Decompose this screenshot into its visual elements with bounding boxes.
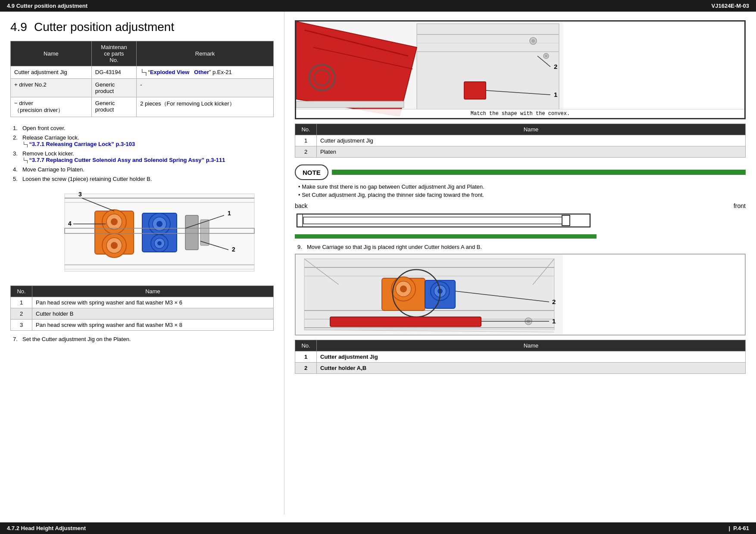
row-no: 1 <box>295 351 317 363</box>
bottom-diagram-svg: 2 1 <box>296 255 563 334</box>
bottom-bar-right: | P.4-61 <box>728 525 749 531</box>
part-no: Genericproduct <box>91 97 136 117</box>
col-header-remark: Remark <box>137 41 274 66</box>
svg-text:2: 2 <box>232 246 235 253</box>
note-green-bar <box>332 170 746 175</box>
note-bullet-2: • Set Cutter adjustment Jig, placing the… <box>298 192 746 198</box>
svg-text:1: 1 <box>554 91 557 98</box>
right-bottom-image: 2 1 <box>295 254 746 335</box>
parts-table: Name Maintenance partsNo. Remark Cutter … <box>10 41 274 117</box>
part-name: Cutter adjustment Jig <box>11 66 92 79</box>
col-header-no: No. <box>295 124 317 135</box>
table-row: 2 Platen <box>295 146 746 158</box>
right-bottom-table: No. Name 1 Cutter adjustment Jig 2 Cutte… <box>295 340 746 374</box>
table-row: + driver No.2 Genericproduct - <box>11 79 274 97</box>
svg-rect-45 <box>464 82 486 99</box>
svg-text:2: 2 <box>554 63 557 70</box>
row-name: Platen <box>317 146 746 158</box>
row-name: Cutter holder B <box>32 308 274 320</box>
back-front-svg <box>295 212 597 231</box>
ref-icon: └┐ <box>22 142 29 147</box>
row-no: 2 <box>295 363 317 374</box>
col-header-name: Name <box>11 41 92 66</box>
svg-point-9 <box>111 242 118 249</box>
svg-text:1: 1 <box>552 317 556 325</box>
remark-icon: └┐ <box>140 69 148 75</box>
svg-rect-17 <box>185 215 198 250</box>
step3-link[interactable]: “3.7.7 Replacing Cutter Solenoid Assy an… <box>29 157 225 163</box>
part-remark: - <box>137 79 274 97</box>
part-name: + driver No.2 <box>11 79 92 97</box>
svg-point-36 <box>531 39 535 43</box>
bottom-bar-left: 4.7.2 Head Height Adjustment <box>7 525 86 531</box>
top-bar-right: VJ1624E-M-03 <box>712 3 749 9</box>
svg-point-6 <box>111 218 118 225</box>
part-remark: 2 pieces（For removing Lock kicker） <box>137 97 274 117</box>
part-no: DG-43194 <box>91 66 136 79</box>
left-column: 4.9 Cutter position adjustment Name Main… <box>0 12 284 515</box>
svg-text:1: 1 <box>228 210 231 217</box>
top-bar-left: 4.9 Cutter position adjustment <box>7 3 87 9</box>
col-header-name: Name <box>32 286 274 297</box>
row-no: 1 <box>11 297 32 308</box>
row-name: Cutter adjustment Jig <box>317 135 746 146</box>
part-no: Genericproduct <box>91 79 136 97</box>
col-header-partno: Maintenance partsNo. <box>91 41 136 66</box>
svg-point-16 <box>157 241 162 245</box>
row-name: Cutter holder A,B <box>317 363 746 374</box>
svg-rect-44 <box>296 101 404 108</box>
right-top-table: No. Name 1 Cutter adjustment Jig 2 Plate… <box>295 124 746 158</box>
svg-rect-31 <box>417 24 559 110</box>
step-item: 5. Loosen the screw (1piece) retaining C… <box>10 176 274 182</box>
part-name: − driver（precision driver） <box>11 97 92 117</box>
svg-rect-51 <box>303 217 562 224</box>
svg-point-38 <box>545 55 547 57</box>
table-row: 2 Cutter holder A,B <box>295 363 746 374</box>
step-item: 4. Move Carriage to Platen. <box>10 166 274 173</box>
step-item: 1. Open front cover. <box>10 125 274 131</box>
title-text: Cutter position adjustment <box>34 20 174 34</box>
step-item: 2. Release Carriage lock. └┐“3.7.1 Relea… <box>10 134 274 147</box>
right-top-caption: Match the shape with the convex. <box>296 109 744 118</box>
top-bar: 4.9 Cutter position adjustment VJ1624E-M… <box>0 0 756 12</box>
row-no: 3 <box>11 320 32 331</box>
svg-rect-71 <box>330 317 481 326</box>
table-row: 1 Pan head screw with spring washer and … <box>11 297 274 308</box>
diagram1: 3 4 1 2 <box>28 187 274 282</box>
bottom-bar: 4.7.2 Head Height Adjustment | P.4-61 <box>0 522 756 534</box>
back-front-diagram: back front <box>295 202 746 239</box>
row-no: 2 <box>295 146 317 158</box>
row-name: Pan head screw with spring washer and fl… <box>32 297 274 308</box>
note-content: • Make sure thst there is no gap between… <box>295 183 746 198</box>
main-content: 4.9 Cutter position adjustment Name Main… <box>0 12 756 515</box>
right-top-image: 2 1 Match the shape with the convex. <box>295 20 746 119</box>
page-title: 4.9 Cutter position adjustment <box>10 20 274 34</box>
step-item: 3. Remove Lock kicker. └┐“3.7.7 Replacin… <box>10 150 274 163</box>
svg-point-13 <box>156 221 162 227</box>
svg-text:3: 3 <box>78 191 82 198</box>
note-container: NOTE <box>295 165 746 180</box>
back-label: back <box>295 202 308 209</box>
right-column: 2 1 Match the shape with the convex. No.… <box>284 12 756 515</box>
step7: 7. Set the Cutter adjustment Jig on the … <box>10 336 274 342</box>
col-header-no: No. <box>295 340 317 351</box>
front-label: front <box>734 202 746 209</box>
col-header-name: Name <box>317 124 746 135</box>
table-row: 1 Cutter adjustment Jig <box>295 351 746 363</box>
svg-rect-52 <box>562 215 570 226</box>
table-row: 2 Cutter holder B <box>11 308 274 320</box>
exploded-view-link[interactable]: Exploded View Other <box>150 69 209 75</box>
top-diagram-svg: 2 1 <box>296 22 563 116</box>
note-bullet-1: • Make sure thst there is no gap between… <box>298 183 746 190</box>
step2-link[interactable]: “3.7.1 Releasing Carriage Lock” p.3-103 <box>29 141 135 147</box>
bottom-green-bar <box>295 234 597 239</box>
ref-icon: └┐ <box>22 158 29 163</box>
table-row: − driver（precision driver） Genericproduc… <box>11 97 274 117</box>
steps-list: 1. Open front cover. 2. Release Carriage… <box>10 125 274 182</box>
section-number: 4.9 <box>10 20 27 34</box>
col-header-name: Name <box>317 340 746 351</box>
row-no: 2 <box>11 308 32 320</box>
svg-point-65 <box>400 286 407 292</box>
diagram1-table: No. Name 1 Pan head screw with spring wa… <box>10 286 274 331</box>
note-label: NOTE <box>295 165 328 180</box>
